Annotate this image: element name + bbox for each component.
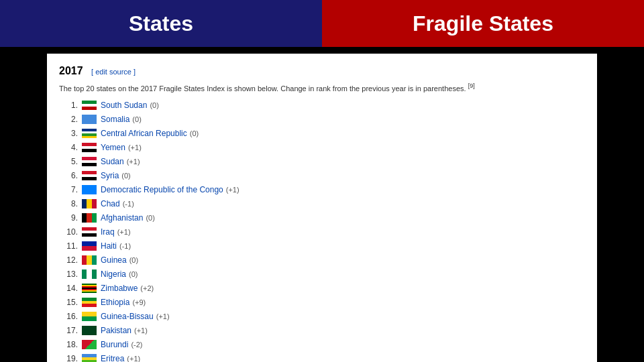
country-flag xyxy=(82,171,97,180)
country-flag xyxy=(82,101,97,110)
edit-source-link[interactable]: [ edit source ] xyxy=(91,68,136,76)
country-name[interactable]: Pakistan xyxy=(101,324,131,337)
rank-number: 5. xyxy=(59,156,78,168)
list-item: 13.Nigeria(0) xyxy=(59,268,585,280)
rank-change: (+1) xyxy=(128,142,142,154)
page-header: States Fragile States xyxy=(0,0,644,47)
citation: [9] xyxy=(468,82,475,89)
rank-number: 8. xyxy=(59,198,78,210)
country-name[interactable]: Yemen xyxy=(101,141,125,154)
rank-change: (0) xyxy=(121,170,130,182)
country-flag xyxy=(82,269,97,279)
country-name[interactable]: Eritrea xyxy=(101,353,124,362)
rank-change: (-2) xyxy=(131,339,142,351)
country-name[interactable]: Haiti xyxy=(101,240,117,252)
list-item: 2.Somalia(0) xyxy=(59,113,585,125)
country-name[interactable]: Somalia xyxy=(101,113,129,125)
list-item: 9.Afghanistan(0) xyxy=(59,212,585,224)
list-item: 10.Iraq(+1) xyxy=(59,226,585,238)
list-item: 4.Yemen(+1) xyxy=(59,141,585,154)
list-item: 18.Burundi(-2) xyxy=(59,339,585,351)
rank-change: (+1) xyxy=(127,353,140,362)
country-name[interactable]: Afghanistan xyxy=(101,212,143,224)
rank-change: (+1) xyxy=(127,156,140,168)
rank-change: (0) xyxy=(129,255,138,266)
country-name[interactable]: Iraq xyxy=(101,226,115,238)
rank-change: (+1) xyxy=(156,311,170,322)
country-flag xyxy=(82,255,97,265)
country-name[interactable]: Democratic Republic of the Congo xyxy=(101,184,223,196)
header-left: States xyxy=(0,0,322,47)
list-item: 11.Haiti(-1) xyxy=(59,240,585,252)
rank-change: (+1) xyxy=(134,325,148,337)
rank-number: 1. xyxy=(59,99,78,111)
rank-number: 15. xyxy=(59,296,78,308)
rank-change: (-1) xyxy=(123,198,134,210)
country-name[interactable]: Zimbabwe xyxy=(101,282,138,294)
rank-number: 10. xyxy=(59,226,78,238)
list-item: 16.Guinea-Bissau(+1) xyxy=(59,310,585,322)
country-flag xyxy=(82,227,97,237)
country-name[interactable]: Chad xyxy=(101,198,120,210)
rank-number: 14. xyxy=(59,282,78,294)
rank-number: 7. xyxy=(59,184,78,196)
list-item: 3.Central African Republic(0) xyxy=(59,127,585,139)
country-flag xyxy=(82,213,97,223)
rank-change: (0) xyxy=(146,213,154,224)
list-item: 8.Chad(-1) xyxy=(59,198,585,210)
rank-number: 13. xyxy=(59,268,78,280)
content-area: 2017 [ edit source ] The top 20 states o… xyxy=(0,47,644,362)
year-heading: 2017 [ edit source ] xyxy=(59,63,585,79)
list-item: 17.Pakistan(+1) xyxy=(59,324,585,337)
list-item: 14.Zimbabwe(+2) xyxy=(59,282,585,294)
country-name[interactable]: Sudan xyxy=(101,156,124,168)
country-flag xyxy=(82,312,97,321)
list-item: 12.Guinea(0) xyxy=(59,254,585,266)
country-flag xyxy=(82,298,97,307)
country-flag xyxy=(82,143,97,152)
rank-change: (+1) xyxy=(117,227,131,238)
rank-number: 2. xyxy=(59,113,78,125)
list-item: 15.Ethiopia(+9) xyxy=(59,296,585,308)
list-item: 1.South Sudan(0) xyxy=(59,99,585,111)
left-title: States xyxy=(129,11,193,36)
country-name[interactable]: Ethiopia xyxy=(101,296,129,308)
country-flag xyxy=(82,326,97,335)
wiki-box: 2017 [ edit source ] The top 20 states o… xyxy=(47,54,597,362)
country-flag xyxy=(82,354,97,362)
right-title: Fragile States xyxy=(413,11,553,36)
header-right: Fragile States xyxy=(322,0,644,47)
country-flag xyxy=(82,115,97,124)
country-name[interactable]: South Sudan xyxy=(101,99,147,111)
country-flag xyxy=(82,129,97,138)
rank-number: 18. xyxy=(59,339,78,351)
country-name[interactable]: Nigeria xyxy=(101,268,126,280)
rank-change: (-1) xyxy=(119,241,131,252)
country-list: 1.South Sudan(0)2.Somalia(0)3.Central Af… xyxy=(59,99,585,362)
list-item: 7.Democratic Republic of the Congo(+1) xyxy=(59,184,585,196)
rank-change: (+2) xyxy=(140,283,154,294)
country-name[interactable]: Syria xyxy=(101,170,119,182)
country-flag xyxy=(82,157,97,166)
country-flag xyxy=(82,284,97,293)
country-name[interactable]: Central African Republic xyxy=(101,127,187,139)
rank-change: (+9) xyxy=(132,297,146,308)
country-flag xyxy=(82,241,97,251)
country-name[interactable]: Guinea-Bissau xyxy=(101,310,154,322)
rank-number: 9. xyxy=(59,212,78,224)
rank-change: (+1) xyxy=(226,184,239,196)
rank-change: (0) xyxy=(190,128,199,139)
rank-number: 3. xyxy=(59,127,78,139)
rank-number: 17. xyxy=(59,324,78,337)
country-flag xyxy=(82,185,97,194)
rank-number: 4. xyxy=(59,141,78,154)
rank-number: 6. xyxy=(59,170,78,182)
rank-number: 19. xyxy=(59,353,78,362)
list-item: 19.Eritrea(+1) xyxy=(59,353,585,362)
country-name[interactable]: Guinea xyxy=(101,254,127,266)
rank-number: 12. xyxy=(59,254,78,266)
rank-number: 16. xyxy=(59,310,78,322)
list-item: 5.Sudan(+1) xyxy=(59,156,585,168)
rank-change: (0) xyxy=(132,114,141,125)
country-name[interactable]: Burundi xyxy=(101,339,128,351)
